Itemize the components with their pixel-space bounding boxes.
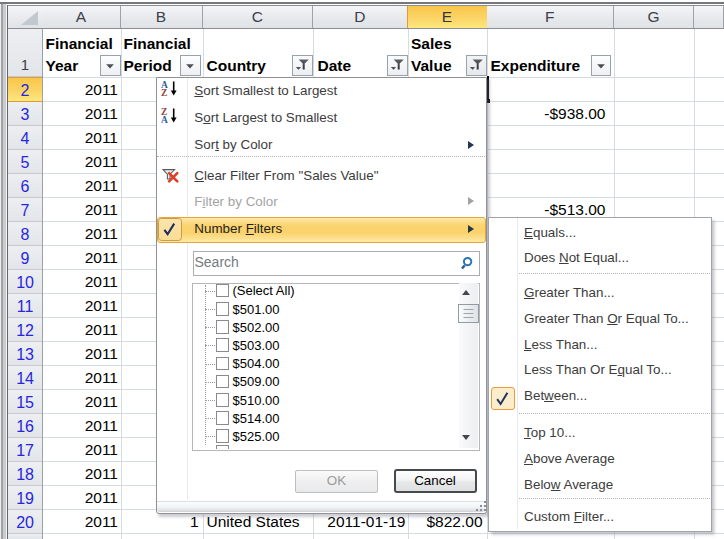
svg-text:A: A: [161, 115, 168, 124]
svg-text:Z: Z: [161, 88, 167, 97]
